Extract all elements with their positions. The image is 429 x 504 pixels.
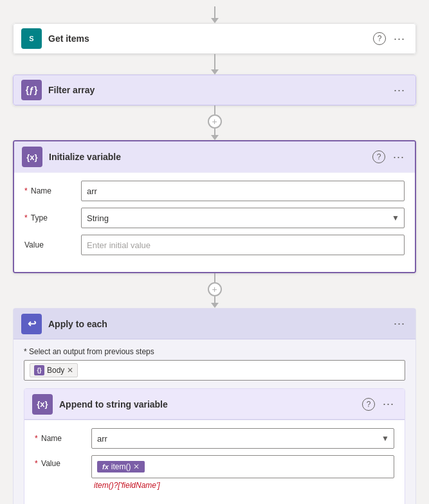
filter-array-card: {ƒ} Filter array ···	[13, 75, 416, 105]
append-variable-help-icon[interactable]: ?	[362, 398, 375, 411]
value-row: Value	[24, 235, 405, 255]
apply-each-title: Apply to each	[48, 319, 385, 329]
append-variable-card: {x} Append to string variable ? ···	[24, 388, 405, 504]
filter-array-actions: ···	[391, 82, 408, 98]
name-label: * Name	[24, 186, 76, 195]
apply-each-body: * Select an output from previous steps {…	[14, 339, 415, 504]
filter-array-more-button[interactable]: ···	[391, 82, 408, 98]
append-variable-body: * Name arr ▼ *	[24, 420, 405, 504]
tag-icon: {}	[34, 365, 44, 375]
value-label: Value	[24, 240, 76, 249]
get-items-header[interactable]: S Get items ? ···	[13, 23, 416, 54]
append-name-label: * Name	[35, 434, 86, 443]
append-value-label: * Value	[35, 455, 86, 468]
apply-each-header[interactable]: ↩ Apply to each ···	[14, 309, 415, 339]
func-tag-close-icon[interactable]: ✕	[133, 462, 140, 471]
filter-icon: {ƒ}	[21, 80, 42, 100]
append-value-row: * Value fx item() ✕ item()?[	[35, 455, 394, 490]
append-variable-icon: {x}	[32, 394, 53, 415]
flow-container: S Get items ? ··· {ƒ} Filter array ···	[0, 0, 429, 504]
apply-each-more-button[interactable]: ···	[391, 316, 408, 332]
init-variable-title: Initialize variable	[49, 152, 366, 162]
tag-close-icon[interactable]: ✕	[67, 366, 73, 374]
output-label: * Select an output from previous steps	[24, 347, 405, 356]
connector-3: +	[13, 273, 416, 308]
append-variable-actions: ? ···	[362, 396, 397, 412]
init-variable-more-button[interactable]: ···	[390, 149, 407, 165]
func-icon: fx	[102, 463, 109, 471]
append-name-row: * Name arr ▼	[35, 428, 394, 449]
get-items-help-icon[interactable]: ?	[373, 32, 386, 45]
apply-each-card: ↩ Apply to each ··· * Select an output f…	[13, 308, 416, 504]
name-row: * Name	[24, 181, 405, 201]
apply-icon: ↩	[21, 314, 42, 334]
get-items-title: Get items	[48, 33, 367, 44]
name-input[interactable]	[81, 181, 405, 201]
init-variable-header[interactable]: {x} Initialize variable ? ···	[14, 141, 415, 172]
type-row: * Type String Integer Float Boolean Obje…	[24, 208, 405, 228]
output-input-box[interactable]: {} Body ✕	[24, 360, 405, 381]
body-tag: {} Body ✕	[30, 363, 78, 377]
init-variable-actions: ? ···	[372, 149, 407, 165]
append-value-input-box[interactable]: fx item() ✕	[91, 455, 394, 478]
get-items-more-button[interactable]: ···	[391, 31, 408, 47]
tag-label: Body	[47, 366, 64, 375]
filter-array-header[interactable]: {ƒ} Filter array ···	[13, 75, 416, 105]
append-name-select-wrapper: arr ▼	[91, 428, 394, 449]
append-variable-more-button[interactable]: ···	[380, 396, 397, 412]
top-connector	[13, 6, 416, 23]
connector-2: +	[13, 105, 416, 140]
sharepoint-icon: S	[21, 28, 42, 49]
value-input[interactable]	[81, 235, 405, 255]
apply-each-actions: ···	[391, 316, 408, 332]
connector-1	[13, 54, 416, 75]
append-variable-header[interactable]: {x} Append to string variable ? ···	[24, 389, 405, 420]
init-variable-body: * Name * Type String Integer Float Boole…	[14, 172, 415, 272]
add-step-button-2[interactable]: +	[208, 282, 222, 296]
get-items-actions: ? ···	[373, 31, 408, 47]
get-items-card: S Get items ? ···	[13, 23, 416, 54]
append-variable-title: Append to string variable	[59, 399, 356, 410]
add-step-button-1[interactable]: +	[208, 114, 222, 129]
value-hint: item()?['fieldName']	[94, 481, 394, 490]
init-variable-card: {x} Initialize variable ? ··· * Name	[13, 140, 416, 273]
func-tag: fx item() ✕	[97, 461, 145, 473]
type-select[interactable]: String Integer Float Boolean Object Arra…	[81, 208, 405, 228]
type-label: * Type	[24, 213, 76, 222]
filter-array-title: Filter array	[48, 85, 385, 95]
type-select-wrapper: String Integer Float Boolean Object Arra…	[81, 208, 405, 228]
variable-icon: {x}	[22, 147, 42, 167]
func-tag-label: item()	[111, 462, 131, 471]
init-variable-help-icon[interactable]: ?	[372, 150, 385, 163]
append-name-select[interactable]: arr	[91, 428, 394, 449]
